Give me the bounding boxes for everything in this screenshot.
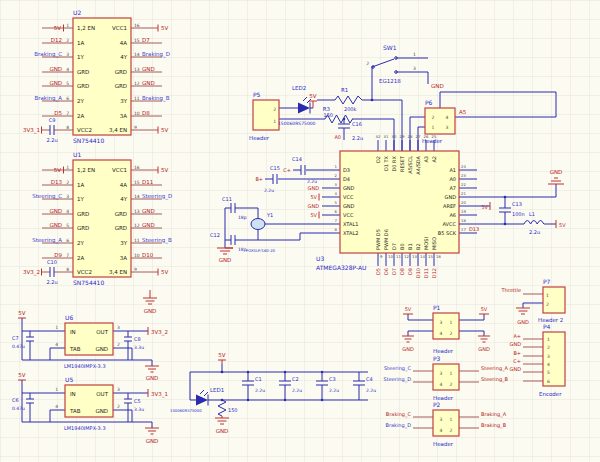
r3-val: 150 xyxy=(323,112,333,118)
u1-pinno: 9 xyxy=(134,267,137,272)
u1-net: Steering_C xyxy=(32,193,62,200)
p3-net: Steering_B xyxy=(481,376,509,383)
u2-pinno: 11 xyxy=(134,96,140,101)
u3-pinname: GND xyxy=(343,185,355,191)
p7-net-throttle: Throttle xyxy=(500,287,521,293)
u1-pinno: 12 xyxy=(134,223,140,228)
u3-pinname: B2 xyxy=(415,243,421,250)
u3-pinno: 22 xyxy=(461,182,466,187)
u2-pinname: GRD xyxy=(115,83,127,89)
u3-net: GND xyxy=(308,203,320,209)
p2-net: Braking_C xyxy=(386,411,412,418)
led1-part: 150060RS75000 xyxy=(170,408,202,413)
p3-pin: 2 xyxy=(450,382,453,387)
u1-c10-val: 2.2u xyxy=(46,279,57,285)
u2-ref: U2 xyxy=(73,9,81,16)
u1-net: 3V3_2 xyxy=(23,269,40,276)
u1-pinno: 2 xyxy=(66,180,69,185)
u3-pinname: A4/SDA xyxy=(415,155,421,174)
crystal-y1-icon[interactable] xyxy=(251,219,265,230)
u2-c9-ref: C9 xyxy=(49,117,56,123)
c6-val: 0.47u xyxy=(12,406,25,411)
u1-pinname: VCC2 xyxy=(77,269,92,275)
p6-pin: 3 xyxy=(446,125,449,130)
u3-pinno: 29 xyxy=(400,134,405,139)
p6-pin: 1 xyxy=(432,125,435,130)
u6-part: LM1940IMPX-3.3 xyxy=(64,363,106,369)
p1-ref: P1 xyxy=(433,304,441,311)
u1-pinname: 2A xyxy=(77,255,84,261)
c1-ref: C1 xyxy=(255,376,262,382)
p6-pin: 4 xyxy=(446,115,449,120)
u5-pinno: 2 xyxy=(117,404,120,409)
header-p1[interactable] xyxy=(433,313,459,339)
u1-pinname: 1A xyxy=(77,182,84,188)
u2-net: Braking_D xyxy=(142,51,170,58)
schematic-sheet: U2 SN754410 C9 2.2u 15V1,2 EN 2D121A 3Br… xyxy=(0,0,600,462)
u1-net: 5V xyxy=(161,167,168,173)
u3-part: ATMEGA328P-AU xyxy=(316,264,367,271)
u5-3v3: 3V3_1 xyxy=(151,391,168,398)
u5-part: LM1940IMPX-3.3 xyxy=(64,425,106,431)
u1-net: 5V xyxy=(54,167,61,173)
p1-pin: 1 xyxy=(450,320,453,325)
u2-net: Braking_B xyxy=(142,95,170,102)
u2-pinname: 3A xyxy=(120,113,127,119)
u3-net: D9 xyxy=(407,268,413,275)
u2-net: GND xyxy=(142,66,155,72)
c16-val: 2.2u xyxy=(352,135,363,141)
u3-net: D10 xyxy=(415,268,421,278)
u1-net: D10 xyxy=(142,252,154,258)
u3-pinname: XTAL2 xyxy=(343,230,358,236)
u2-pinname: 2A xyxy=(77,113,84,119)
p4-ref: P4 xyxy=(543,323,551,330)
u2-net: Braking_C xyxy=(34,51,62,58)
p2-net: Braking_B xyxy=(481,422,507,429)
u3-pinname: D1 TX xyxy=(383,155,389,171)
u3-pinno: 32 xyxy=(376,134,381,139)
u6-gndpin: GND xyxy=(95,346,108,352)
u6-5v: 5V xyxy=(18,310,25,316)
c16-ref: C16 xyxy=(352,121,362,127)
u2-pinno: 10 xyxy=(134,111,140,116)
u3-pinno: 27 xyxy=(416,134,421,139)
c5-ref: C5 xyxy=(134,398,141,404)
c5-val: 3.3u xyxy=(134,407,144,412)
schematic-canvas: U2 SN754410 C9 2.2u 15V1,2 EN 2D121A 3Br… xyxy=(0,0,600,462)
u2-pinno: 3 xyxy=(66,52,69,57)
header-p5[interactable] xyxy=(253,100,279,130)
u2-net: D8 xyxy=(142,110,150,116)
u1-pinname: VCC1 xyxy=(112,167,127,173)
u1-net: GND xyxy=(49,208,62,214)
u6-gnd-label: GND xyxy=(146,375,159,381)
u2-net: GND xyxy=(142,80,155,86)
u3-pinname: B1 xyxy=(407,243,413,250)
sw1-part: EG1218 xyxy=(379,78,401,84)
c1-val: 2.2u xyxy=(255,388,265,393)
u1-pinno: 11 xyxy=(134,238,140,243)
r1-val: 200k xyxy=(344,106,357,112)
sw1-pin3: 3 xyxy=(413,66,416,71)
u3-pinno: 23 xyxy=(461,173,466,178)
u2-net: 5V xyxy=(161,25,168,31)
u3-pinno: 12 xyxy=(404,254,409,259)
p4-net: A+ xyxy=(513,333,521,339)
u3-pinname: MOSI xyxy=(423,237,429,250)
u2-pinno: 1 xyxy=(66,23,69,28)
p1-gnd: GND xyxy=(478,346,490,352)
p3-net: Steering_D xyxy=(384,376,412,383)
u3-pinno: 15 xyxy=(428,254,433,259)
u1-net: GND xyxy=(49,222,62,228)
header-p6[interactable] xyxy=(425,108,455,134)
p7-gnd: GND xyxy=(517,319,529,325)
header-p3[interactable] xyxy=(433,364,459,390)
header-p7[interactable] xyxy=(543,287,565,313)
u3-pinno: 25 xyxy=(432,134,437,139)
u1-net: GND xyxy=(142,222,155,228)
led1-ref: LED1 xyxy=(210,387,224,393)
u3-net: D11 xyxy=(423,268,429,278)
p2-pin: 3 xyxy=(440,417,443,422)
u1-pinname: 4A xyxy=(120,182,127,188)
u1-net: D9 xyxy=(54,252,62,258)
header-p2[interactable] xyxy=(433,410,459,436)
